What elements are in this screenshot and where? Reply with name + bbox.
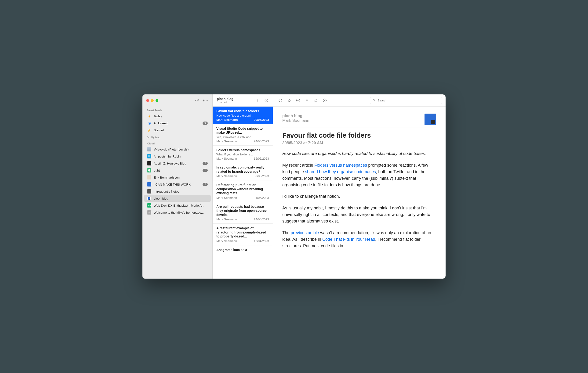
- sidebar-item-label: I CAN MAKE THIS WORK: [154, 183, 200, 186]
- sidebar-item-label: Welcome to the Mike's homepage...: [154, 211, 208, 214]
- unread-dot-icon: [147, 121, 151, 125]
- article-title: Folders versus namespaces: [216, 148, 269, 152]
- search-input[interactable]: [378, 99, 440, 102]
- content-toolbar: [273, 94, 446, 107]
- article-date: 15/05/2023: [254, 157, 269, 160]
- chevron-down-icon: [206, 98, 209, 103]
- unread-badge: 2: [202, 183, 208, 186]
- feed-avatar-icon: [147, 147, 151, 151]
- share-icon: [314, 98, 318, 103]
- sidebar-feed-mike[interactable]: Welcome to the Mike's homepage...: [144, 209, 211, 216]
- sidebar-section-smart: Smart Feeds: [142, 107, 212, 113]
- star-icon: [147, 128, 151, 132]
- search-box[interactable]: [370, 97, 442, 104]
- link-code-that-fits[interactable]: Code That Fits in Your Head: [322, 237, 375, 242]
- article-summary: What if you allow folder a...: [216, 153, 269, 156]
- sidebar-section-icloud: iCloud: [142, 140, 212, 146]
- close-window-button[interactable]: [146, 99, 149, 102]
- article-item[interactable]: Anagrams kata as a: [213, 245, 273, 254]
- sidebar-feed-btht[interactable]: bt.ht 1: [144, 167, 211, 174]
- sidebar-feed-icmtw[interactable]: I CAN MAKE THIS WORK 2: [144, 181, 211, 188]
- article-item[interactable]: Favour flat code file folders How code f…: [213, 107, 273, 124]
- sidebar-item-starred[interactable]: Starred: [144, 127, 211, 133]
- add-feed-button[interactable]: [202, 97, 209, 104]
- article-author: Mark Seemann: [216, 218, 237, 221]
- document-icon: [305, 98, 309, 103]
- sidebar-item-label: All Unread: [154, 121, 200, 125]
- article-summary: Yes, it involves JSON and...: [216, 135, 269, 139]
- article-title: Favour flat code file folders: [216, 109, 269, 113]
- sidebar-item-all-unread[interactable]: All Unread 5: [144, 120, 211, 126]
- sidebar-feed-ploeh[interactable]: ploeh blog: [144, 195, 211, 202]
- sidebar-feed-robin[interactable]: All posts | by Robin: [144, 153, 211, 160]
- svg-line-8: [150, 115, 150, 115]
- feed-avatar-icon: [147, 168, 151, 172]
- sidebar-item-label: All posts | by Robin: [154, 155, 208, 158]
- article-date: 24/04/2023: [254, 218, 269, 221]
- sidebar: Smart Feeds Today All Unread 5 Starred O…: [142, 94, 213, 279]
- check-circle-icon: [296, 98, 300, 103]
- article-item[interactable]: Is cyclomatic complexity really related …: [213, 163, 273, 181]
- feed-avatar-icon: [147, 210, 151, 214]
- article-author: Mark Seemann: [216, 140, 237, 143]
- svg-point-20: [373, 99, 374, 101]
- feed-avatar-icon: [147, 196, 151, 201]
- article-title: A restaurant example of refactoring from…: [216, 226, 269, 239]
- reader-view-button[interactable]: [303, 97, 311, 104]
- mark-done-button[interactable]: [294, 97, 302, 104]
- sidebar-feed-mario[interactable]: MA Web Dev, DX Enthusiast - Mario A...: [144, 202, 211, 209]
- link-folders-vs-namespaces[interactable]: Folders versus namespaces: [314, 163, 367, 168]
- refresh-button[interactable]: [194, 97, 200, 104]
- sidebar-item-today[interactable]: Today: [144, 113, 211, 120]
- sidebar-item-label: Infrequently Noted: [154, 190, 208, 193]
- svg-point-16: [279, 99, 282, 102]
- mark-all-read-button[interactable]: [255, 97, 262, 103]
- article-date: 17/04/2023: [254, 239, 269, 243]
- sidebar-feed-infrequently[interactable]: Infrequently Noted: [144, 188, 211, 195]
- article-item[interactable]: Are pull requests bad because they origi…: [213, 202, 273, 224]
- list-header: ploeh blog 0 unread: [213, 94, 273, 107]
- sidebar-feed-levelsio[interactable]: @levelsio (Pieter Levels): [144, 146, 211, 153]
- feed-avatar-icon: MA: [147, 203, 151, 208]
- article-date: 30/05/2023 at 7:20 AM: [282, 141, 436, 145]
- feed-avatar-icon: [147, 161, 151, 165]
- content-pane: ploeh blog Mark Seemann Favour flat code…: [273, 94, 446, 279]
- article-paragraph: The previous article wasn't a recommenda…: [282, 230, 436, 249]
- mark-read-button[interactable]: [276, 97, 284, 104]
- article-author: Mark Seemann: [216, 174, 237, 178]
- circles-icon: [256, 98, 261, 103]
- sidebar-feed-henley[interactable]: Austin Z. Henley's Blog 2: [144, 160, 211, 167]
- article-intro: How code files are organised is hardly r…: [282, 151, 426, 156]
- article-item[interactable]: A restaurant example of refactoring from…: [213, 224, 273, 245]
- star-button[interactable]: [285, 97, 293, 104]
- sidebar-item-label: Austin Z. Henley's Blog: [154, 162, 200, 165]
- article-item[interactable]: Visual Studio Code snippet to make URLs …: [213, 124, 273, 146]
- link-previous-article[interactable]: previous article: [291, 231, 319, 235]
- window-controls: [146, 99, 158, 102]
- article-author: Mark Seemann: [216, 118, 238, 121]
- unread-badge: 5: [202, 121, 208, 125]
- share-button[interactable]: [312, 97, 320, 104]
- sun-icon: [147, 114, 151, 118]
- article-paragraph: As is usually my habit, I mostly do this…: [282, 205, 436, 225]
- svg-point-14: [258, 100, 259, 102]
- unread-badge: 1: [202, 169, 208, 172]
- article-item[interactable]: Refactoring pure function composition wi…: [213, 181, 273, 202]
- article-author: Mark Seemann: [216, 239, 237, 243]
- article-title: Refactoring pure function composition wi…: [216, 183, 269, 195]
- article-heading: Favour flat code file folders: [282, 131, 436, 139]
- minimize-window-button[interactable]: [151, 99, 154, 102]
- open-browser-button[interactable]: [321, 97, 329, 104]
- safari-icon: [323, 98, 327, 103]
- svg-point-19: [323, 99, 326, 102]
- sidebar-item-label: Erik Bernhardsson: [154, 176, 208, 179]
- sidebar-feed-erik[interactable]: Erik Bernhardsson: [144, 174, 211, 181]
- article-author: Mark Seemann: [216, 157, 237, 160]
- maximize-window-button[interactable]: [156, 99, 158, 102]
- article-title: Is cyclomatic complexity really related …: [216, 165, 269, 174]
- svg-point-15: [265, 99, 268, 102]
- article-author: Mark Seemann: [216, 196, 237, 200]
- link-shared-code-bases[interactable]: shared how they organise code bases: [305, 170, 376, 174]
- filter-button[interactable]: [263, 97, 269, 103]
- article-item[interactable]: Folders versus namespaces What if you al…: [213, 146, 273, 163]
